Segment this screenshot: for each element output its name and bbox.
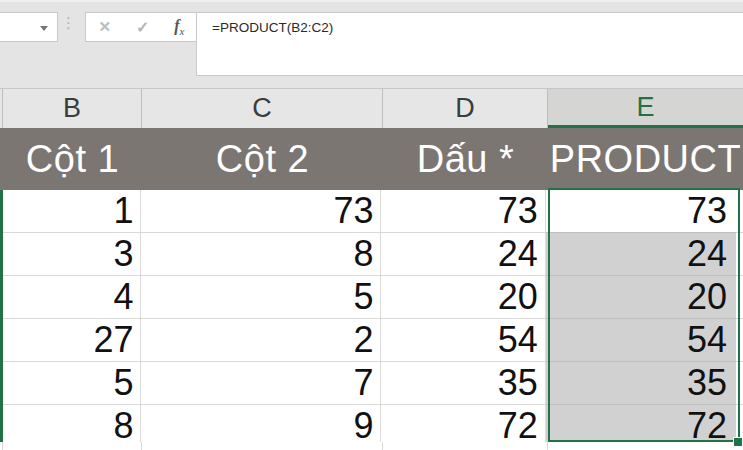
cell-b2[interactable]: 1 (3, 190, 141, 233)
cell-d6[interactable]: 35 (381, 362, 545, 405)
table-header-row: Cột 1 Cột 2 Dấu * PRODUCT (0, 128, 743, 190)
cell-e5[interactable]: 54 (546, 319, 736, 362)
column-header-c[interactable]: C (142, 89, 383, 128)
cell-d4[interactable]: 20 (381, 276, 545, 319)
cell-e4[interactable]: 20 (546, 276, 736, 319)
table-row: 5 7 35 35 (0, 362, 743, 405)
toolbar-separator-dots-icon: ⋮ (61, 17, 73, 39)
formula-toolbar: ⋮ ✕ ✓ fx =PRODUCT(B2:C2) (0, 0, 743, 88)
partial-cell (383, 442, 548, 450)
header-cell-cot2[interactable]: Cột 2 (142, 128, 383, 190)
table-row: 1 73 73 73 (0, 190, 743, 233)
name-box-dropdown-icon[interactable] (40, 26, 48, 31)
header-cell-dau[interactable]: Dấu * (383, 128, 548, 190)
column-header-e-selected[interactable]: E (548, 89, 743, 128)
cell-d3[interactable]: 24 (381, 233, 545, 276)
formula-input[interactable]: =PRODUCT(B2:C2) (196, 12, 743, 76)
toolbar-top-edge (0, 0, 743, 2)
cell-f3-sliver[interactable] (736, 233, 743, 276)
cell-b6[interactable]: 5 (3, 362, 141, 405)
cell-b3[interactable]: 3 (3, 233, 141, 276)
partial-row-8 (0, 442, 743, 450)
formula-buttons-group: ✕ ✓ fx (85, 12, 198, 42)
cell-e2-active[interactable]: 73 (546, 190, 736, 233)
cell-d2[interactable]: 73 (381, 190, 545, 233)
column-header-b[interactable]: B (3, 89, 142, 128)
partial-cell (3, 442, 142, 450)
column-header-d[interactable]: D (383, 89, 548, 128)
cell-f6-sliver[interactable] (736, 362, 743, 405)
cell-e3[interactable]: 24 (546, 233, 736, 276)
cell-f5-sliver[interactable] (736, 319, 743, 362)
partial-cell (142, 442, 383, 450)
column-header-strip: B C D E (0, 88, 743, 128)
cancel-icon[interactable]: ✕ (98, 18, 111, 36)
cell-b4[interactable]: 4 (3, 276, 141, 319)
cell-f4-sliver[interactable] (736, 276, 743, 319)
name-box[interactable] (0, 12, 58, 42)
row-header-selection-accent (0, 190, 3, 442)
cell-c2[interactable]: 73 (141, 190, 381, 233)
cell-c6[interactable]: 7 (141, 362, 381, 405)
cell-d5[interactable]: 54 (381, 319, 545, 362)
data-grid: 1 73 73 73 3 8 24 24 4 5 20 20 27 2 54 5… (0, 190, 743, 442)
table-row: 27 2 54 54 (0, 319, 743, 362)
cell-c3[interactable]: 8 (141, 233, 381, 276)
table-row: 3 8 24 24 (0, 233, 743, 276)
table-row: 4 5 20 20 (0, 276, 743, 319)
header-cell-product[interactable]: PRODUCT (548, 128, 743, 190)
fill-handle[interactable] (733, 437, 743, 447)
cell-f2-sliver[interactable] (736, 190, 743, 233)
partial-cell (548, 442, 743, 450)
insert-function-icon[interactable]: fx (174, 17, 184, 37)
fx-x-glyph: x (180, 25, 185, 37)
cell-c4[interactable]: 5 (141, 276, 381, 319)
enter-icon[interactable]: ✓ (136, 18, 149, 37)
header-cell-cot1[interactable]: Cột 1 (3, 128, 142, 190)
cell-e6[interactable]: 35 (546, 362, 736, 405)
cell-b5[interactable]: 27 (3, 319, 141, 362)
cell-c5[interactable]: 2 (141, 319, 381, 362)
